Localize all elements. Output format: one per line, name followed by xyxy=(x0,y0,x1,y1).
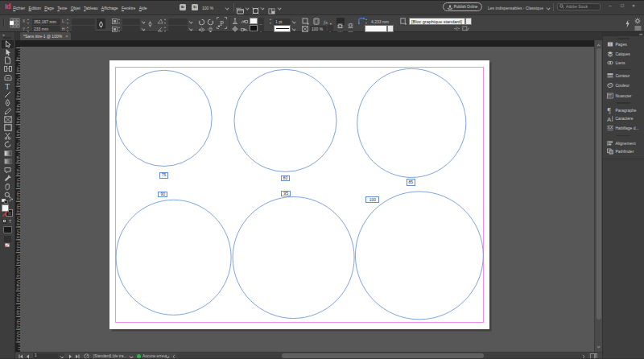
tool-page-icon[interactable] xyxy=(2,56,14,64)
dock-item-color[interactable]: Couleur xyxy=(603,81,644,90)
dock-item-textwrap[interactable]: Habillage d... xyxy=(603,124,644,133)
dock-item-swatches[interactable]: Nuancier xyxy=(603,92,644,101)
tool-free-transform-icon[interactable] xyxy=(2,141,14,149)
dock-item-pages[interactable]: Pages xyxy=(603,39,644,48)
adobe-stock-search-input[interactable]: Adobe Stock xyxy=(557,3,601,11)
fill-none-swatch[interactable] xyxy=(2,204,9,212)
tool-rectangle-icon[interactable] xyxy=(2,124,14,132)
opacity-expand-button[interactable] xyxy=(328,25,333,31)
stroke-type-select[interactable] xyxy=(274,25,291,32)
panel-gear-icon[interactable] xyxy=(634,18,641,24)
tool-scissors-icon[interactable] xyxy=(2,132,14,140)
shear-angle-field[interactable] xyxy=(168,19,188,25)
stroke-weight-chevron-icon[interactable] xyxy=(291,19,296,25)
effects-fx-icon[interactable]: fx xyxy=(324,19,332,25)
menu-objet[interactable]: Objet xyxy=(68,6,81,10)
diameter-label-80[interactable]: 80 xyxy=(281,175,291,181)
scale-x-field[interactable] xyxy=(122,19,140,25)
scroll-up-icon[interactable] xyxy=(597,42,601,47)
corner-shape-select[interactable] xyxy=(365,25,387,32)
tool-direct-selection-icon[interactable] xyxy=(2,48,14,56)
x-position-field[interactable]: 352,167 mm xyxy=(32,19,60,25)
tool-note-icon[interactable] xyxy=(2,166,14,174)
circle-frame-80[interactable] xyxy=(234,69,336,171)
menu-texte[interactable]: Texte xyxy=(56,6,68,10)
swap-fill-stroke-icon[interactable] xyxy=(9,198,14,203)
apply-color-button[interactable] xyxy=(3,226,12,233)
rotate-ccw-icon[interactable] xyxy=(207,19,214,26)
wrap-none-button[interactable] xyxy=(336,18,345,25)
zoom-level-value[interactable]: 100 % xyxy=(202,6,213,10)
width-field[interactable] xyxy=(72,19,95,25)
effects-object-icon[interactable] xyxy=(302,18,309,25)
diameter-label-100[interactable]: 100 xyxy=(365,196,379,203)
rotate-cw-icon[interactable] xyxy=(198,19,205,26)
publish-online-button[interactable]: Publish Online xyxy=(443,2,482,11)
reference-point-proxy[interactable] xyxy=(10,18,20,28)
break-link-style-icon[interactable] xyxy=(453,26,460,31)
scale-y-field[interactable] xyxy=(122,26,140,32)
tool-eyedropper-icon[interactable] xyxy=(2,175,14,183)
window-minimize-button[interactable]: – xyxy=(606,1,614,11)
window-maximize-button[interactable]: □ xyxy=(618,1,626,11)
corner-shape-chevron-button[interactable] xyxy=(387,25,394,32)
wrap-bounding-button[interactable] xyxy=(347,18,355,25)
apply-none-button[interactable] xyxy=(4,236,11,242)
stroke-apply-button[interactable] xyxy=(258,18,264,24)
rotation-chevron-icon[interactable] xyxy=(188,26,193,32)
diameter-label-75[interactable]: 75 xyxy=(159,172,168,179)
diameter-label-85[interactable]: 85 xyxy=(407,179,415,186)
tab-close-icon[interactable]: × xyxy=(65,34,68,39)
menu-fichier[interactable]: Fichier xyxy=(11,6,27,10)
tool-hand-icon[interactable] xyxy=(2,183,14,191)
diameter-label-95[interactable]: 95 xyxy=(281,191,291,196)
clear-overrides-icon[interactable] xyxy=(462,26,469,31)
circle-frames[interactable] xyxy=(20,47,594,352)
tool-content-collector-icon[interactable] xyxy=(2,73,14,81)
tool-gradient-icon[interactable] xyxy=(2,149,14,157)
menu-aide[interactable]: Aide xyxy=(137,6,148,10)
fill-apply-button[interactable] xyxy=(258,25,264,31)
tool-rectangle-frame-icon[interactable] xyxy=(2,115,14,123)
menu-tableau[interactable]: Tableau xyxy=(82,6,100,10)
constrain-proportions-button[interactable] xyxy=(97,19,105,29)
corner-radius-spinner[interactable] xyxy=(365,18,369,25)
arrange-documents-chevron-icon[interactable] xyxy=(277,6,281,10)
select-next-object-icon[interactable] xyxy=(241,26,248,32)
quick-apply-icon[interactable] xyxy=(625,19,630,28)
panel-menu-icon[interactable] xyxy=(634,26,642,31)
tool-pencil-icon[interactable] xyxy=(2,107,14,115)
scale-y-chevron-icon[interactable] xyxy=(140,26,146,32)
circle-frame-75[interactable] xyxy=(116,70,212,166)
width-spinner[interactable] xyxy=(67,18,71,25)
select-previous-object-icon[interactable] xyxy=(241,18,248,24)
scale-x-spinner[interactable] xyxy=(118,18,122,25)
zoom-chevron-icon[interactable] xyxy=(225,6,229,10)
dock-expand-icon[interactable]: «« xyxy=(639,32,642,36)
menu-page[interactable]: Page xyxy=(43,6,56,10)
workspace-chevron-icon[interactable] xyxy=(546,6,550,10)
dock-item-links[interactable]: Liens xyxy=(603,59,644,68)
circle-frame-100[interactable] xyxy=(355,192,483,320)
circle-frame-90[interactable] xyxy=(116,200,231,315)
y-position-field[interactable]: 233 mm xyxy=(32,26,60,32)
rotation-angle-field[interactable] xyxy=(168,26,188,32)
select-container-icon[interactable] xyxy=(232,18,238,24)
scroll-down-icon[interactable] xyxy=(597,345,601,349)
opacity-field[interactable]: 100 % xyxy=(310,26,327,32)
tool-line-icon[interactable] xyxy=(2,90,14,98)
circle-frame-85[interactable] xyxy=(357,68,466,177)
object-style-chevron-button[interactable] xyxy=(465,18,472,25)
dock-item-stroke[interactable]: Contour xyxy=(603,72,644,80)
panel-grip[interactable] xyxy=(3,19,5,27)
dock-item-pathfinder[interactable]: Pathfinder xyxy=(603,147,644,156)
shear-chevron-icon[interactable] xyxy=(188,19,193,25)
diameter-label-90[interactable]: 90 xyxy=(158,192,167,197)
dock-item-layers[interactable]: Calques xyxy=(603,49,644,58)
height-field[interactable] xyxy=(72,26,95,32)
document-canvas[interactable]: 7580859095100 xyxy=(20,47,594,352)
effects-stroke-icon[interactable] xyxy=(313,18,320,25)
stroke-weight-field[interactable]: 1 pt xyxy=(274,19,291,25)
menu-edition[interactable]: Edition xyxy=(27,6,43,10)
vertical-scroll-thumb[interactable] xyxy=(597,48,601,320)
